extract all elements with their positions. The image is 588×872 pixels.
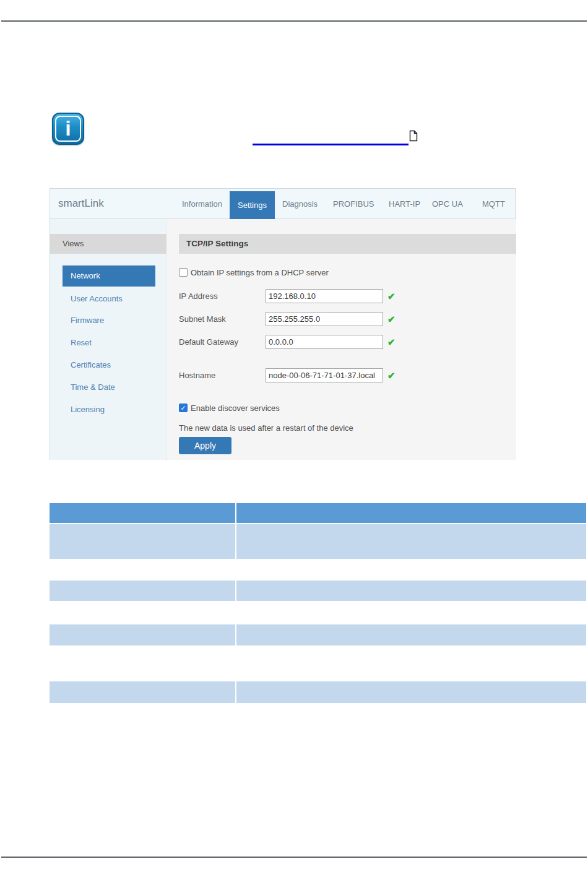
ip-address-input[interactable] <box>266 289 383 303</box>
page-bottom-rule <box>1 857 587 858</box>
restart-note: The new data is used after a restart of … <box>179 423 353 433</box>
document-page: i smartLink Information Settings Diagnos… <box>0 0 588 872</box>
checkbox-check-icon: ✓ <box>179 404 187 412</box>
table-cell <box>236 681 586 703</box>
tab-information[interactable]: Information <box>182 199 222 209</box>
table-fragment-3 <box>50 624 586 645</box>
discover-services-checkbox[interactable]: ✓ <box>179 404 188 412</box>
table-header-cell <box>50 503 235 523</box>
ip-address-label: IP Address <box>179 291 218 301</box>
table-fragment-2 <box>50 581 586 601</box>
hostname-input[interactable] <box>266 368 383 382</box>
default-gateway-valid-icon: ✔ <box>387 337 396 347</box>
sidebar: Views Network User Accounts Firmware Res… <box>50 219 166 460</box>
tab-opc-ua[interactable]: OPC UA <box>432 199 463 209</box>
table-row <box>50 524 586 559</box>
hyperlink-underline[interactable] <box>253 144 409 145</box>
table-row <box>50 681 586 703</box>
table-cell <box>236 581 586 601</box>
dhcp-checkbox[interactable] <box>179 268 188 277</box>
sidebar-item-network[interactable]: Network <box>63 265 155 287</box>
info-icon-glyph: i <box>53 114 83 144</box>
ip-address-valid-icon: ✔ <box>387 291 396 301</box>
table-cell <box>236 524 586 559</box>
page-top-rule <box>1 20 587 22</box>
info-icon: i <box>52 113 84 145</box>
table-cell <box>50 681 235 703</box>
sidebar-title: Views <box>50 234 166 254</box>
table-cell <box>236 624 586 645</box>
settings-panel: TCP/IP Settings Obtain IP settings from … <box>167 219 516 460</box>
panel-title: TCP/IP Settings <box>179 234 516 254</box>
dhcp-checkbox-label: Obtain IP settings from a DHCP server <box>191 268 329 277</box>
tab-profibus[interactable]: PROFIBUS <box>333 199 374 209</box>
discover-services-label: Enable discover services <box>191 404 280 413</box>
subnet-mask-label: Subnet Mask <box>179 314 226 324</box>
default-gateway-label: Default Gateway <box>179 337 238 347</box>
table-header-cell <box>236 503 586 523</box>
table-cell <box>50 524 235 559</box>
default-gateway-input[interactable] <box>266 335 383 349</box>
document-icon[interactable] <box>409 130 418 142</box>
apply-button[interactable]: Apply <box>179 437 231 454</box>
table-fragment-1 <box>50 503 586 559</box>
sidebar-item-licensing[interactable]: Licensing <box>71 404 105 416</box>
hostname-label: Hostname <box>179 371 215 380</box>
tab-mqtt[interactable]: MQTT <box>482 199 505 209</box>
table-row <box>50 581 586 601</box>
table-header-row <box>50 503 586 523</box>
sidebar-item-time-date[interactable]: Time & Date <box>71 381 115 394</box>
tab-diagnosis[interactable]: Diagnosis <box>282 199 318 209</box>
sidebar-item-user-accounts[interactable]: User Accounts <box>71 293 123 305</box>
hostname-valid-icon: ✔ <box>387 371 396 380</box>
tab-settings[interactable]: Settings <box>230 191 275 219</box>
app-header: smartLink Information Settings Diagnosis… <box>50 189 515 219</box>
subnet-mask-input[interactable] <box>266 312 383 326</box>
table-cell <box>50 581 235 601</box>
table-fragment-4 <box>50 681 586 703</box>
sidebar-item-certificates[interactable]: Certificates <box>71 359 111 371</box>
sidebar-item-firmware[interactable]: Firmware <box>71 314 104 327</box>
tab-settings-label: Settings <box>238 201 267 210</box>
app-title: smartLink <box>58 197 104 210</box>
sidebar-item-reset[interactable]: Reset <box>71 337 92 349</box>
table-cell <box>50 624 235 645</box>
subnet-mask-valid-icon: ✔ <box>387 314 396 324</box>
table-row <box>50 624 586 645</box>
tab-hart-ip[interactable]: HART-IP <box>389 199 420 209</box>
smartlink-ui-screenshot: smartLink Information Settings Diagnosis… <box>50 188 516 460</box>
